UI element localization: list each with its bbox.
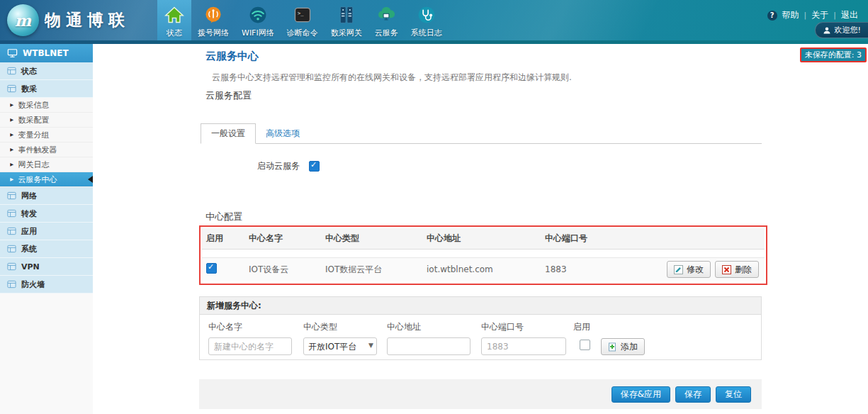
sidebar-item-system[interactable]: 系统 bbox=[0, 240, 93, 258]
nav-diagnose-command[interactable]: >_ 诊断命令 bbox=[281, 0, 325, 40]
new-center-port-input[interactable] bbox=[481, 337, 566, 355]
nav-dial-network[interactable]: 拨号网络 bbox=[191, 0, 235, 40]
new-center-type-select-wrap: 开放IOT平台 ▼ bbox=[303, 337, 377, 355]
edit-button[interactable]: 修改 bbox=[667, 261, 711, 278]
enable-cloud-checkbox-wrap: ✓ bbox=[309, 161, 320, 172]
caret-right-icon: ▶ bbox=[10, 102, 13, 107]
grid-icon bbox=[7, 84, 16, 93]
grid-icon bbox=[7, 67, 16, 75]
sidebar-item-status[interactable]: 状态 bbox=[0, 62, 93, 80]
nav-wifi-network[interactable]: WIFI网络 bbox=[235, 0, 281, 40]
page-title: 云服务中心 bbox=[205, 50, 259, 63]
sidebar-item-data-collect[interactable]: 数采 bbox=[0, 80, 93, 98]
caret-right-icon: ▶ bbox=[10, 132, 13, 137]
add-label-port: 中心端口号 bbox=[481, 321, 524, 333]
terminal-icon: >_ bbox=[292, 4, 313, 26]
stethoscope-icon bbox=[416, 4, 437, 26]
gateway-cabinet-icon bbox=[336, 4, 357, 26]
save-button[interactable]: 保存 bbox=[675, 386, 711, 403]
grid-icon bbox=[7, 191, 16, 200]
divider: | bbox=[804, 11, 807, 20]
help-icon: ? bbox=[767, 11, 777, 21]
nav-data-gateway[interactable]: 数采网关 bbox=[325, 0, 368, 40]
settings-tabbar: 一般设置 高级选项 bbox=[201, 127, 762, 144]
add-label-address: 中心地址 bbox=[387, 321, 421, 333]
caret-right-icon: ▶ bbox=[10, 117, 13, 122]
center-config-table-highlighted: 启用 中心名字 中心类型 中心地址 中心端口号 ✓ IOT设备云 IOT数据云平… bbox=[199, 225, 767, 285]
selected-item-arrow-icon bbox=[88, 176, 93, 183]
logo-text: 物通博联 bbox=[45, 9, 130, 31]
save-apply-button[interactable]: 保存&应用 bbox=[611, 386, 670, 403]
new-center-enable-checkbox[interactable] bbox=[580, 340, 590, 350]
nav-system-log[interactable]: 系统日志 bbox=[405, 0, 449, 40]
grid-icon bbox=[7, 227, 16, 235]
new-center-address-input[interactable] bbox=[387, 337, 470, 355]
grid-icon bbox=[7, 245, 16, 253]
sidebar-item-vpn[interactable]: VPN bbox=[0, 258, 93, 276]
home-icon bbox=[164, 4, 185, 26]
welcome-badge[interactable]: 欢迎您! bbox=[815, 22, 868, 38]
sidebar-subitem-event-trigger[interactable]: ▶ 事件触发器 bbox=[0, 142, 93, 157]
tab-general-settings[interactable]: 一般设置 bbox=[201, 123, 256, 144]
welcome-text: 欢迎您! bbox=[835, 25, 861, 35]
nav-cloud-service[interactable]: 云服务 bbox=[368, 0, 405, 40]
add-label-enable: 启用 bbox=[573, 321, 590, 333]
enable-cloud-row: 启动云服务 ✓ bbox=[257, 160, 320, 172]
add-label-name: 中心名字 bbox=[208, 321, 242, 333]
top-utility-links: ? 帮助 | 关于 | 退出 bbox=[767, 9, 858, 21]
reset-button[interactable]: 复位 bbox=[716, 386, 751, 403]
sidebar-item-application[interactable]: 应用 bbox=[0, 223, 93, 240]
cell-center-type: IOT数据云平台 bbox=[325, 264, 427, 276]
caret-right-icon: ▶ bbox=[10, 177, 13, 181]
sidebar-subitem-variable-group[interactable]: ▶ 变量分组 bbox=[0, 128, 93, 142]
about-link[interactable]: 关于 bbox=[811, 9, 828, 21]
col-header-port: 中心端口号 bbox=[545, 233, 651, 245]
col-header-address: 中心地址 bbox=[427, 233, 545, 245]
enable-cloud-checkbox[interactable] bbox=[309, 161, 320, 172]
sidebar-subitem-collect-config[interactable]: ▶ 数采配置 bbox=[0, 113, 93, 128]
new-center-name-input[interactable] bbox=[208, 337, 292, 355]
table-spacer bbox=[202, 250, 765, 257]
cell-center-name: IOT设备云 bbox=[249, 264, 325, 276]
add-service-center-section: 新增服务中心: 中心名字 中心类型 中心地址 中心端口号 启用 开放IOT平台 … bbox=[199, 296, 762, 360]
delete-button[interactable]: 删除 bbox=[715, 261, 759, 278]
sidebar-item-network[interactable]: 网络 bbox=[0, 187, 93, 205]
row-enable-checkbox-wrap: ✓ bbox=[206, 263, 217, 274]
help-link[interactable]: 帮助 bbox=[782, 9, 799, 21]
cloud-icon bbox=[376, 4, 397, 26]
new-center-type-select[interactable]: 开放IOT平台 bbox=[303, 337, 377, 355]
top-header-bar: m 物通博联 状态 拨号网络 WIFI网络 >_ 诊断命令 bbox=[0, 0, 868, 40]
col-header-enable: 启用 bbox=[202, 233, 249, 245]
unsaved-config-badge[interactable]: 未保存的配置: 3 bbox=[800, 47, 867, 62]
header-bottom-strip bbox=[0, 40, 868, 44]
nav-status[interactable]: 状态 bbox=[157, 0, 191, 40]
edit-pencil-icon bbox=[674, 265, 683, 274]
center-config-section-title: 中心配置 bbox=[205, 211, 242, 223]
table-header-row: 启用 中心名字 中心类型 中心地址 中心端口号 bbox=[202, 228, 765, 250]
row-enable-checkbox[interactable] bbox=[206, 263, 217, 274]
cell-center-address: iot.wtblnet.com bbox=[427, 264, 545, 274]
delete-x-icon bbox=[722, 265, 731, 274]
tab-advanced-options[interactable]: 高级选项 bbox=[256, 124, 310, 143]
sidebar-device-title: WTBLNET bbox=[0, 44, 93, 62]
cell-center-port: 1883 bbox=[545, 264, 651, 274]
sidebar-subitem-cloud-service-center[interactable]: ▶ 云服务中心 bbox=[0, 172, 93, 187]
grid-icon bbox=[7, 280, 16, 289]
logo-globe-icon: m bbox=[7, 4, 39, 36]
caret-right-icon: ▶ bbox=[10, 162, 13, 167]
sidebar-subitem-gateway-log[interactable]: ▶ 网关日志 bbox=[0, 157, 93, 172]
enable-cloud-label: 启动云服务 bbox=[257, 160, 300, 172]
cloud-config-section-title: 云服务配置 bbox=[205, 89, 252, 102]
sidebar-item-forward[interactable]: 转发 bbox=[0, 205, 93, 223]
sidebar-item-firewall[interactable]: 防火墙 bbox=[0, 276, 93, 293]
monitor-icon bbox=[7, 48, 18, 58]
logout-link[interactable]: 退出 bbox=[841, 9, 858, 21]
sidebar-subitem-collect-info[interactable]: ▶ 数采信息 bbox=[0, 98, 93, 113]
add-button[interactable]: 添加 bbox=[601, 338, 645, 355]
add-label-type: 中心类型 bbox=[303, 321, 337, 333]
grid-icon bbox=[7, 262, 16, 271]
svg-text:>_: >_ bbox=[298, 11, 304, 16]
grid-icon bbox=[7, 209, 16, 218]
footer-action-bar: 保存&应用 保存 复位 bbox=[199, 379, 762, 409]
col-header-name: 中心名字 bbox=[249, 233, 325, 245]
